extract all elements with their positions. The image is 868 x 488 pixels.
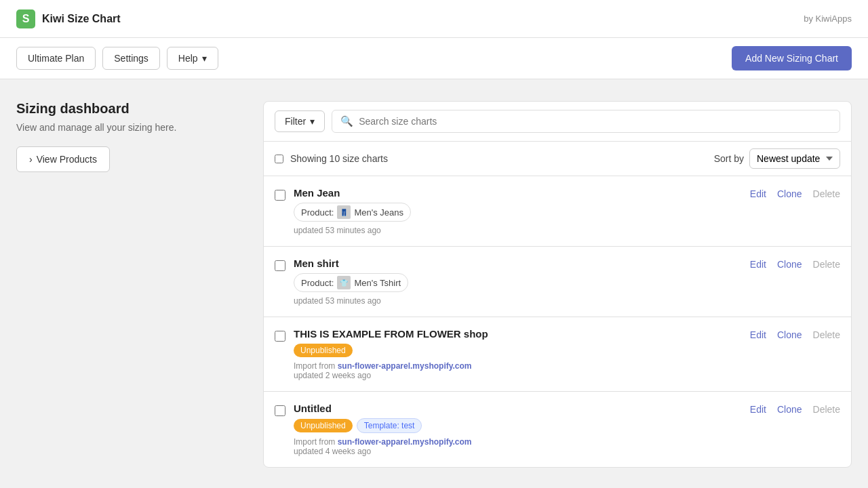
search-bar: Filter ▾ 🔍 — [264, 102, 851, 142]
sidebar: Sizing dashboard View and manage all you… — [16, 101, 247, 468]
view-products-button[interactable]: › View Products — [16, 146, 110, 172]
chart-info: UntitledUnpublishedTemplate: testImport … — [294, 403, 742, 456]
search-input[interactable] — [359, 116, 831, 127]
chart-row: THIS IS EXAMPLE FROM FLOWER shopUnpublis… — [264, 317, 851, 392]
clone-link[interactable]: Clone — [777, 329, 802, 340]
product-name: Men's Tshirt — [354, 278, 401, 288]
chart-meta: Import from sun-flower-apparel.myshopify… — [294, 437, 742, 456]
delete-link[interactable]: Delete — [813, 188, 840, 199]
edit-link[interactable]: Edit — [750, 404, 766, 415]
chart-updated: updated 4 weeks ago — [294, 447, 371, 456]
charts-list: Men JeanProduct:👖Men's Jeansupdated 53 m… — [264, 176, 851, 467]
product-thumbnail: 👕 — [337, 276, 351, 289]
chart-updated: updated 53 minutes ago — [294, 226, 381, 235]
sort-wrap: Sort by Newest update Oldest update Name… — [714, 148, 840, 169]
chart-row: UntitledUnpublishedTemplate: testImport … — [264, 392, 851, 467]
template-badge: Template: test — [357, 418, 422, 433]
chart-row: Men JeanProduct:👖Men's Jeansupdated 53 m… — [264, 176, 851, 247]
chart-meta: updated 53 minutes ago — [294, 226, 742, 235]
chart-meta: updated 53 minutes ago — [294, 296, 742, 306]
product-prefix: Product: — [301, 207, 334, 218]
topbar: S Kiwi Size Chart by KiwiApps — [0, 0, 868, 38]
chart-info: Men JeanProduct:👖Men's Jeansupdated 53 m… — [294, 187, 742, 235]
showing-count: Showing 10 size charts — [290, 153, 388, 164]
brand-label: by KiwiApps — [804, 14, 852, 24]
import-link[interactable]: sun-flower-apparel.myshopify.com — [338, 361, 472, 371]
topbar-left: S Kiwi Size Chart — [16, 9, 121, 28]
unpublished-badge: Unpublished — [294, 344, 353, 357]
chart-checkbox[interactable] — [275, 331, 285, 342]
toolbar: Ultimate Plan Settings Help ▾ Add New Si… — [0, 38, 868, 79]
settings-button[interactable]: Settings — [102, 47, 160, 70]
sort-label: Sort by — [714, 153, 744, 164]
product-thumbnail: 👖 — [337, 205, 351, 219]
chart-updated: updated 53 minutes ago — [294, 296, 381, 306]
filter-button[interactable]: Filter ▾ — [275, 110, 325, 132]
chart-actions: EditCloneDelete — [750, 187, 840, 199]
chart-name: Men shirt — [294, 258, 742, 269]
chevron-down-icon: ▾ — [202, 53, 207, 64]
sidebar-description: View and manage all your sizing here. — [16, 122, 247, 133]
chart-checkbox[interactable] — [275, 190, 285, 201]
chevron-down-icon: ▾ — [310, 116, 315, 127]
search-input-wrap: 🔍 — [332, 110, 840, 133]
chart-actions: EditCloneDelete — [750, 258, 840, 270]
edit-link[interactable]: Edit — [750, 329, 766, 340]
product-prefix: Product: — [301, 278, 334, 288]
unpublished-badge: Unpublished — [294, 419, 353, 432]
chart-name: Men Jean — [294, 187, 742, 199]
chart-tags: Product:👖Men's Jeans — [294, 203, 742, 222]
chart-updated: updated 2 weeks ago — [294, 371, 371, 380]
list-header-left: Showing 10 size charts — [275, 153, 388, 164]
help-button[interactable]: Help ▾ — [167, 47, 218, 70]
chart-info: THIS IS EXAMPLE FROM FLOWER shopUnpublis… — [294, 328, 742, 380]
chart-name: THIS IS EXAMPLE FROM FLOWER shop — [294, 328, 742, 340]
chart-checkbox[interactable] — [275, 260, 285, 271]
search-icon: 🔍 — [340, 115, 353, 127]
chart-tags: UnpublishedTemplate: test — [294, 418, 742, 433]
edit-link[interactable]: Edit — [750, 188, 766, 199]
chart-name: Untitled — [294, 403, 742, 414]
delete-link[interactable]: Delete — [813, 404, 840, 415]
delete-link[interactable]: Delete — [813, 329, 840, 340]
chart-actions: EditCloneDelete — [750, 328, 840, 340]
product-tag: Product:👖Men's Jeans — [294, 203, 411, 222]
import-link[interactable]: sun-flower-apparel.myshopify.com — [338, 437, 472, 447]
toolbar-left: Ultimate Plan Settings Help ▾ — [16, 47, 218, 70]
delete-link[interactable]: Delete — [813, 259, 840, 270]
chart-tags: Product:👕Men's Tshirt — [294, 273, 742, 292]
content-panel: Filter ▾ 🔍 Showing 10 size charts Sort b… — [263, 101, 852, 468]
chart-info: Men shirtProduct:👕Men's Tshirtupdated 53… — [294, 258, 742, 306]
sort-select[interactable]: Newest update Oldest update Name A-Z Nam… — [749, 148, 840, 169]
clone-link[interactable]: Clone — [777, 404, 802, 415]
clone-link[interactable]: Clone — [777, 259, 802, 270]
chart-row: Men shirtProduct:👕Men's Tshirtupdated 53… — [264, 247, 851, 317]
edit-link[interactable]: Edit — [750, 259, 766, 270]
sidebar-title: Sizing dashboard — [16, 101, 247, 117]
app-logo: S — [16, 9, 35, 28]
chevron-right-icon: › — [29, 154, 33, 165]
select-all-checkbox[interactable] — [275, 155, 283, 163]
clone-link[interactable]: Clone — [777, 188, 802, 199]
ultimate-plan-button[interactable]: Ultimate Plan — [16, 47, 96, 70]
app-title: Kiwi Size Chart — [42, 13, 121, 25]
product-name: Men's Jeans — [354, 207, 403, 218]
chart-checkbox[interactable] — [275, 405, 285, 416]
add-sizing-chart-button[interactable]: Add New Sizing Chart — [732, 46, 852, 70]
product-tag: Product:👕Men's Tshirt — [294, 273, 408, 292]
list-header: Showing 10 size charts Sort by Newest up… — [264, 142, 851, 176]
chart-meta: Import from sun-flower-apparel.myshopify… — [294, 361, 742, 380]
main-layout: Sizing dashboard View and manage all you… — [0, 79, 868, 488]
chart-actions: EditCloneDelete — [750, 403, 840, 415]
chart-tags: Unpublished — [294, 344, 742, 357]
